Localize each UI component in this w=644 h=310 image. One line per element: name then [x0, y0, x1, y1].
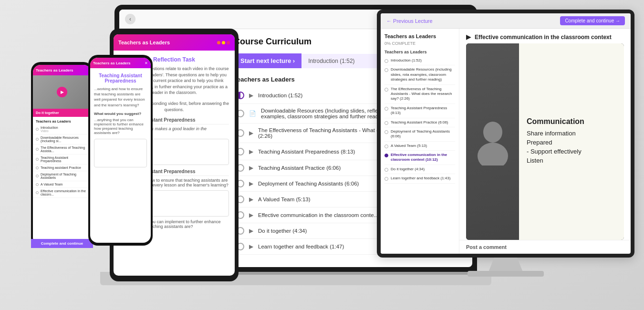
monitor-sidebar-item-6[interactable]: A Valued Team (5:13) [384, 142, 455, 151]
phone-curr-item-1[interactable]: Downloadable Resources (Including sl... [33, 134, 91, 145]
ci-icon-9: ▶ [249, 243, 253, 250]
whiteboard-title: Communication [527, 117, 616, 126]
tablet-dot-1 [217, 41, 220, 44]
phone-curr-item-3[interactable]: Teaching Assistant Preparedness [33, 155, 91, 165]
monitor-dot-0 [384, 59, 388, 63]
ci-icon-6: ▶ [249, 196, 253, 203]
phone-curr-dot-2 [36, 148, 39, 151]
monitor-sidebar-item-4[interactable]: Teaching Assistant Practice (6:06) [384, 118, 455, 127]
phone-curr-text-1: Downloadable Resources (Including sl... [41, 136, 88, 143]
phone-left-frame: Teachers as Leaders ▶ Do it together Tea… [31, 62, 93, 248]
phone-right-question-text: ...anything that you can implement to fu… [94, 118, 147, 135]
phone-right-screen: Teachers as Leaders ✕ Teaching Assistant… [90, 58, 151, 243]
monitor-sidebar-title: Teachers as Leaders [384, 33, 455, 39]
monitor-sidebar-item-1[interactable]: Downloadable Resources (including slides… [384, 65, 455, 84]
phone-right-close[interactable]: ✕ [145, 61, 148, 65]
monitor-sidebar-item-8[interactable]: Do it together (4:34) [384, 165, 455, 174]
monitor-sidebar: Teachers as Leaders 0% COMPLETE Teachers… [381, 29, 459, 254]
phone-curr-text-5: Deployment of Teaching Assistants [41, 173, 88, 179]
phone-curr-item-0[interactable]: IntroductionVideo [33, 124, 91, 134]
phone-curr-text-2: The Effectiveness of Teaching Assista... [41, 146, 88, 153]
phone-right-content: Teaching Assistant Preparedness ...worki… [90, 68, 151, 172]
phone-curr-dot-0 [36, 128, 39, 131]
phone-left-video: ▶ [33, 75, 91, 109]
monitor-dot-9 [384, 177, 388, 181]
ci-icon-2: ▶ [249, 130, 253, 136]
monitor-sidebar-item-5[interactable]: Deployment of Teaching Assistants (6:06) [384, 127, 455, 142]
phone-left-curr-label: Teachers as Leaders [33, 117, 91, 124]
whiteboard-item-3: Listen [527, 157, 616, 164]
svg-point-2 [478, 143, 508, 165]
monitor: ← Previous Lecture Complete and continue… [377, 10, 634, 277]
monitor-body: Teachers as Leaders 0% COMPLETE Teachers… [381, 29, 631, 254]
monitor-screen: ← Previous Lecture Complete and continue… [377, 10, 634, 258]
monitor-item-text-8: Do it together (4:34) [391, 167, 425, 172]
monitor-dot-3 [384, 107, 388, 111]
phone-curr-item-4[interactable]: Teaching assistant Practice [33, 165, 91, 171]
phone-curr-text-6: A Valued Team [41, 183, 88, 186]
prev-lecture-btn[interactable]: ← Previous Lecture [386, 18, 433, 24]
monitor-item-text-1: Downloadable Resources (including slides… [391, 67, 455, 82]
monitor-item-text-7: Effective communication in the classroom… [391, 153, 455, 163]
monitor-dot-5 [384, 130, 388, 134]
phone-curr-item-2[interactable]: The Effectiveness of Teaching Assista... [33, 145, 91, 155]
monitor-sidebar-item-3[interactable]: Teaching Assistant Preparedness (8:13) [384, 104, 455, 118]
phone-left: Teachers as Leaders ▶ Do it together Tea… [31, 62, 93, 248]
phone-curr-dot-4 [36, 166, 39, 169]
monitor-video-person [466, 43, 519, 240]
phone-right-question-label: What would you suggest? [94, 112, 147, 116]
whiteboard-item-0: Share information [527, 130, 616, 137]
monitor-whiteboard: Communication Share information Prepared… [519, 43, 624, 240]
phone-right-section-title: Teaching Assistant Preparedness [94, 73, 147, 83]
monitor-item-list: Introduction (1:52) Downloadable Resourc… [384, 56, 455, 184]
monitor-item-text-9: Learn together and feedback (1:43) [391, 176, 450, 181]
monitor-sidebar-item-7[interactable]: Effective communication in the classroom… [384, 151, 455, 165]
monitor-item-text-4: Teaching Assistant Practice (6:06) [391, 120, 448, 125]
ci-icon-1: 📄 [249, 110, 256, 117]
phone-curr-item-7[interactable]: Effective communication in the classro..… [33, 188, 91, 198]
back-button[interactable]: ‹ [125, 14, 135, 24]
monitor-sidebar-item-0[interactable]: Introduction (1:52) [384, 56, 455, 65]
monitor-sidebar-item-9[interactable]: Learn together and feedback (1:43) [384, 174, 455, 183]
phone-right-answer-box[interactable] [94, 139, 147, 167]
svg-point-1 [483, 122, 502, 143]
phone-right-title: Teachers as Leaders [93, 61, 131, 65]
phone-curr-dot-3 [36, 158, 39, 161]
phone-curr-dot-5 [36, 175, 39, 177]
phone-left-topbar: Teachers as Leaders [33, 65, 91, 75]
monitor-dot-2 [384, 88, 388, 92]
phone-left-screen: Teachers as Leaders ▶ Do it together Tea… [33, 65, 91, 245]
monitor-video-title-text: Effective communication in the classroom… [475, 34, 612, 41]
monitor-progress: 0% COMPLETE [384, 41, 455, 46]
monitor-dot-7 [384, 154, 388, 157]
monitor-dot-4 [384, 121, 388, 125]
start-next-button[interactable]: Start next lecture › [234, 53, 301, 68]
phone-left-do-together: Do it together [33, 109, 91, 117]
phone-left-play[interactable]: ▶ [57, 87, 67, 97]
phone-left-curr-list: IntroductionVideo Downloadable Resources… [33, 124, 91, 198]
phone-curr-text-0: Introduction [41, 126, 58, 129]
phone-curr-text-4: Teaching assistant Practice [41, 166, 88, 169]
monitor-video-title: ▶ Effective communication in the classro… [459, 29, 631, 43]
monitor-sidebar-item-2[interactable]: The Effectiveness of Teaching Assistants… [384, 85, 455, 104]
tablet-header: Teachers as Leaders [114, 34, 235, 51]
monitor-main: ▶ Effective communication in the classro… [459, 29, 631, 254]
phone-curr-item-6[interactable]: A Valued Team [33, 181, 91, 188]
phone-curr-item-5[interactable]: Deployment of Teaching Assistants [33, 171, 91, 181]
phone-right-topbar: Teachers as Leaders ✕ [90, 58, 151, 68]
phone-right: Teachers as Leaders ✕ Teaching Assistant… [88, 55, 153, 246]
monitor-topbar: ← Previous Lecture Complete and continue… [381, 13, 631, 29]
tablet-dots [217, 41, 230, 44]
phone-right-frame: Teachers as Leaders ✕ Teaching Assistant… [88, 55, 153, 246]
phone-curr-dot-6 [36, 183, 39, 186]
whiteboard-item-1: Prepared [527, 139, 616, 146]
complete-continue-btn[interactable]: Complete and continue → [560, 16, 625, 25]
phone-left-title: Teachers as Leaders [36, 68, 73, 72]
ci-icon-0: ▶ [249, 92, 253, 99]
phone-curr-dot-7 [36, 191, 39, 194]
phone-left-bottom-btn[interactable]: Complete and continue [33, 239, 91, 245]
tablet-header-title: Teachers as Leaders [118, 40, 170, 45]
scene: ‹ TeachersasLeaders Teachers as Leaders [0, 0, 644, 310]
whiteboard-item-2: - Support effectively [527, 148, 616, 155]
monitor-comment-area: Post a comment [459, 240, 631, 254]
